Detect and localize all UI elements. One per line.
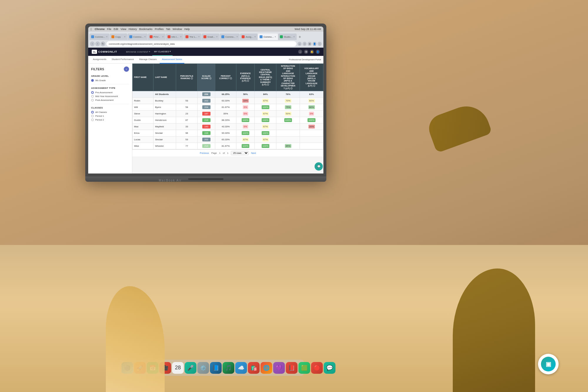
notify-btn[interactable]: 🔔 <box>310 50 314 54</box>
radio-post-assessment[interactable] <box>91 99 94 101</box>
dock-icon-acrobat[interactable]: 📕 <box>286 362 298 374</box>
th-central-idea[interactable]: CENTRALIDEA/THEMECENTRALIDEAS (INFO)& TH… <box>255 64 276 91</box>
menu-history[interactable]: History <box>128 28 137 31</box>
tab-info-close[interactable]: × <box>180 35 182 38</box>
tab-pov-close[interactable]: × <box>162 35 164 38</box>
dock-icon-appstore[interactable]: 🛍️ <box>248 362 260 374</box>
radio-mid-year[interactable] <box>91 95 94 98</box>
dock-icon-word[interactable]: 📘 <box>210 362 222 374</box>
tab-studio[interactable]: Studio... × <box>278 34 297 40</box>
address-bar[interactable]: commonlit.org/en/diagnostics/assessment_… <box>106 41 296 46</box>
dock-icon-cloud[interactable]: ☁️ <box>235 362 247 374</box>
dock-icon-green[interactable]: 🟩 <box>298 362 310 374</box>
tab-1[interactable]: Commo... × <box>89 34 109 40</box>
forward-button[interactable]: › <box>95 41 100 46</box>
dock-icon-messages[interactable]: 💬 <box>324 362 335 374</box>
tab-gradi-close[interactable]: × <box>216 35 218 38</box>
tab-the[interactable]: The L... × <box>184 34 201 40</box>
address-bar-row: ‹ › ↻ commonlit.org/en/diagnostics/asses… <box>88 40 323 48</box>
menu-view[interactable]: View <box>121 28 126 31</box>
tab-3-close[interactable]: × <box>144 35 146 38</box>
subnav-manage-classes[interactable]: Manage Classes <box>137 56 159 64</box>
logo-area: CL COMMONLIT <box>92 50 117 54</box>
filter-period1[interactable]: Period 1 <box>91 115 129 117</box>
filter-pre-assessment[interactable]: Pre-Assessment <box>91 91 129 94</box>
back-button[interactable]: ‹ <box>90 41 95 46</box>
radio-period2[interactable] <box>91 119 94 121</box>
tab-assig[interactable]: Assig... × <box>240 34 258 40</box>
nav-my-classes[interactable]: MY CLASSES ▾ <box>152 48 173 56</box>
subnav-assessment-series[interactable]: Assessment Series <box>160 56 184 64</box>
tab-studio-close[interactable]: × <box>293 35 295 38</box>
nav-classes-label: MY CLASSES <box>154 50 169 53</box>
row-wheeler-evidence: 100% <box>236 143 255 149</box>
th-interaction[interactable]: INTERACTIONOF IDEASANDLANGUAGEINTERACTIO… <box>276 64 300 91</box>
row-henderson-first: Dustin <box>133 117 153 123</box>
dock-icon-date[interactable]: 28 <box>172 362 184 374</box>
filters-collapse-btn[interactable]: ‹ <box>124 66 129 72</box>
next-btn[interactable]: Next <box>251 152 256 154</box>
bookmark-icon[interactable]: ☆ <box>303 42 307 46</box>
th-evidence[interactable]: EVIDENCE(INFO) &EVIDENCE(LIT) ⓘ <box>236 64 255 91</box>
radio-all-classes[interactable] <box>91 111 94 114</box>
help-button[interactable]: 💬 <box>315 162 323 171</box>
tab-info[interactable]: Info I... × <box>166 34 183 40</box>
reload-button[interactable]: ↻ <box>101 41 105 46</box>
filter-mid-year[interactable]: Mid-Year Assessment <box>91 95 129 98</box>
filter-post-assessment[interactable]: Post-Assessment <box>91 99 129 101</box>
th-percentile[interactable]: PERCENTILERANKING ⓘ <box>176 64 197 91</box>
apple-menu[interactable]:  <box>91 27 92 31</box>
th-vocab[interactable]: VOCABULARYANDLANGUAGEVOCAB(INFO) &VOCABL… <box>300 64 323 91</box>
nav-browse-content[interactable]: BROWSE CONTENT ▾ <box>124 48 152 56</box>
tab-commo2-close[interactable]: × <box>236 35 238 38</box>
subnav-assignments[interactable]: Assignments <box>91 56 109 64</box>
menu-tab[interactable]: Tab <box>166 28 170 31</box>
menu-window[interactable]: Window <box>173 28 182 31</box>
tab-the-close[interactable]: × <box>198 35 200 38</box>
tab-1-close[interactable]: × <box>106 35 108 38</box>
tab-active[interactable]: Commo... × <box>258 34 278 40</box>
tab-gradi[interactable]: Gradi... × <box>202 34 219 40</box>
profile-btn[interactable]: 👤 <box>316 50 320 54</box>
dock-icon-chrome[interactable]: 🌐 <box>260 362 272 374</box>
settings-btn[interactable]: ⚙ <box>304 50 308 54</box>
radio-pre-assessment[interactable] <box>91 91 94 94</box>
filter-period2[interactable]: Period 2 <box>91 119 129 121</box>
tab-copy[interactable]: Copy × <box>110 34 127 40</box>
filter-all-classes[interactable]: All Classes <box>91 111 129 114</box>
th-scaled-score[interactable]: SCALEDSCORE ⓘ <box>198 64 215 91</box>
th-first-name[interactable]: FIRST NAME <box>133 64 153 91</box>
menu-file[interactable]: File <box>107 28 111 31</box>
tab-3[interactable]: Commo... × <box>128 34 148 40</box>
menu-profiles[interactable]: Profiles <box>155 28 163 31</box>
extension-icon[interactable]: ⊕ <box>308 42 312 46</box>
more-icon[interactable]: ⋮ <box>318 42 322 46</box>
dock-icon-red[interactable]: 🔴 <box>311 362 323 374</box>
previous-btn[interactable]: Previous <box>200 152 209 154</box>
menu-help[interactable]: Help <box>184 28 190 31</box>
search-btn[interactable]: ⌕ <box>298 50 302 54</box>
menu-edit[interactable]: Edit <box>114 28 118 31</box>
rows-per-page[interactable]: 25 rows 50 rows 100 rows <box>231 151 249 155</box>
dock-icon-spotify[interactable]: 🎵 <box>223 362 234 374</box>
row-buckley-interaction: 70% <box>276 97 300 104</box>
th-last-name[interactable]: LAST NAME <box>153 64 176 91</box>
tab-copy-close[interactable]: × <box>124 35 126 38</box>
profile-icon[interactable]: 👤 <box>313 42 317 46</box>
dock-icon-slack[interactable]: 💜 <box>273 362 285 374</box>
tab-active-close[interactable]: × <box>275 35 276 38</box>
browser-search-icon[interactable]: ⌕ <box>298 42 302 46</box>
row-mayfield-first: Max <box>133 123 153 130</box>
new-tab-button[interactable]: + <box>297 34 303 40</box>
subnav-student-perf[interactable]: Student Performance <box>109 56 136 64</box>
radio-period1[interactable] <box>91 115 94 117</box>
dock-icon-settings[interactable]: ⚙️ <box>197 362 209 374</box>
menu-chrome[interactable]: Chrome <box>95 28 105 31</box>
menu-bookmarks[interactable]: Bookmarks <box>139 28 152 31</box>
dock-icon-zoom[interactable]: 🎤 <box>185 362 196 374</box>
tab-commo2[interactable]: Commo... × <box>220 34 240 40</box>
professional-dev-portal[interactable]: Professional Development Portal <box>289 58 321 61</box>
tab-pov[interactable]: POV... × <box>148 34 166 40</box>
th-percent-correct[interactable]: PERCENTCORRECT ⓘ <box>215 64 236 91</box>
tab-assig-close[interactable]: × <box>254 35 256 38</box>
